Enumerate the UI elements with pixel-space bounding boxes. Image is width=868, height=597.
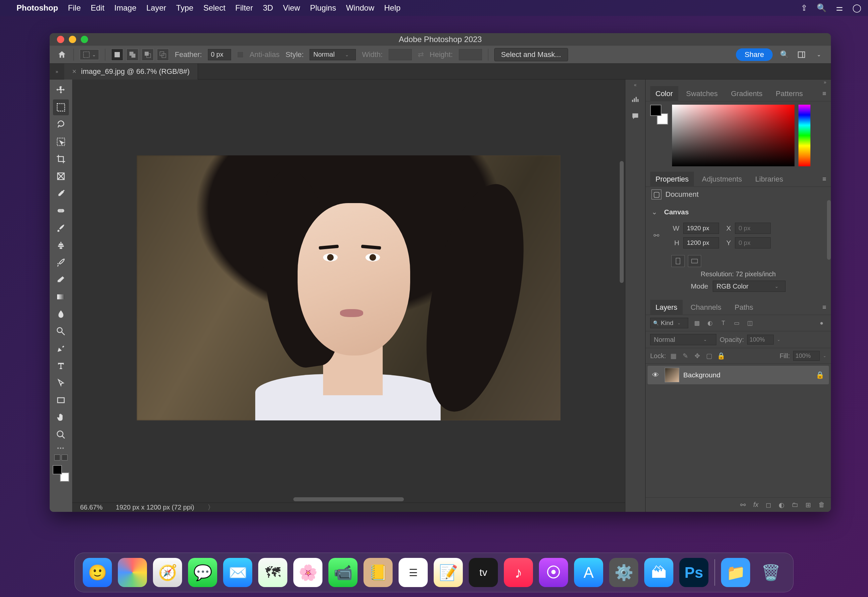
marquee-tool[interactable] (53, 100, 69, 115)
workspace-menu-icon[interactable]: ⌄ (813, 49, 824, 60)
layers-panel-menu-icon[interactable]: ≡ (822, 303, 826, 311)
eyedropper-tool[interactable] (53, 186, 69, 201)
hand-tool[interactable] (53, 410, 69, 425)
edit-toolbar-icon[interactable]: ••• (57, 445, 65, 451)
healing-brush-tool[interactable] (53, 203, 69, 219)
color-field[interactable] (672, 105, 794, 166)
tab-libraries[interactable]: Libraries (750, 172, 788, 187)
screen-mode-icon[interactable] (62, 454, 68, 460)
blend-mode-select[interactable]: Normal⌄ (650, 334, 716, 345)
menu-help[interactable]: Help (384, 3, 401, 13)
dock-notes[interactable]: 📝 (434, 558, 463, 587)
color-panel-menu-icon[interactable]: ≡ (822, 90, 826, 97)
dock-photoshop[interactable]: Ps (679, 558, 708, 587)
menu-view[interactable]: View (283, 3, 300, 13)
lock-position-icon[interactable]: ✥ (693, 352, 702, 360)
panels-collapse-icon[interactable]: » (646, 80, 831, 86)
tab-close-icon[interactable]: × (72, 67, 77, 76)
crop-tool[interactable] (53, 151, 69, 167)
filter-smartobject-icon[interactable]: ◫ (745, 318, 754, 328)
history-brush-tool[interactable] (53, 254, 69, 270)
fill-input[interactable] (793, 351, 820, 361)
window-close-button[interactable] (57, 36, 64, 43)
dodge-tool[interactable] (53, 323, 69, 339)
lock-artboard-icon[interactable]: ▢ (705, 352, 714, 360)
app-menu[interactable]: Photoshop (16, 3, 58, 13)
dock-launchpad[interactable] (118, 558, 147, 587)
statusbar-flyout-icon[interactable]: 〉 (207, 503, 214, 512)
dock-settings[interactable]: ⚙️ (609, 558, 638, 587)
layer-filter-kind-select[interactable]: 🔍Kind⌄ (650, 318, 688, 328)
quick-mask-icon[interactable] (54, 454, 60, 460)
frame-tool[interactable] (53, 168, 69, 184)
zoom-level[interactable]: 66.67% (80, 503, 103, 511)
tab-color[interactable]: Color (650, 86, 678, 101)
histogram-panel-icon[interactable] (630, 94, 641, 105)
link-layers-icon[interactable]: ⚯ (740, 501, 746, 509)
tab-layers[interactable]: Layers (650, 300, 683, 315)
filter-toggle-icon[interactable]: ● (817, 318, 826, 328)
dock-appstore[interactable]: A (574, 558, 603, 587)
menu-select[interactable]: Select (203, 3, 225, 13)
menubar-siri-icon[interactable]: ◯ (852, 3, 861, 13)
layer-group-icon[interactable]: 🗀 (791, 501, 798, 509)
menu-window[interactable]: Window (346, 3, 374, 13)
tools-collapse-icon[interactable]: » (50, 69, 64, 74)
blur-tool[interactable] (53, 306, 69, 322)
dock-messages[interactable]: 💬 (188, 558, 217, 587)
dock-podcasts[interactable]: ⦿ (539, 558, 568, 587)
eraser-tool[interactable] (53, 272, 69, 288)
select-and-mask-button[interactable]: Select and Mask... (494, 48, 568, 61)
layer-visibility-icon[interactable]: 👁 (652, 371, 661, 379)
dock-mail[interactable]: ✉️ (223, 558, 252, 587)
move-tool[interactable] (53, 82, 69, 98)
document-canvas[interactable] (137, 155, 560, 420)
midstrip-collapse-icon[interactable]: « (634, 82, 637, 88)
dock-trash[interactable]: 🗑️ (756, 558, 785, 587)
selection-new-button[interactable] (111, 49, 123, 61)
style-select[interactable]: Normal⌄ (310, 49, 356, 60)
properties-scrollbar[interactable] (827, 200, 831, 260)
layer-name[interactable]: Background (683, 371, 720, 379)
search-icon[interactable]: 🔍 (779, 49, 790, 60)
orientation-landscape-button[interactable] (688, 255, 701, 267)
dock-app-generic[interactable]: 🏔 (644, 558, 673, 587)
layer-thumbnail[interactable] (665, 368, 679, 382)
lock-pixels-icon[interactable]: ✎ (681, 352, 690, 360)
properties-panel-menu-icon[interactable]: ≡ (822, 175, 826, 183)
brush-tool[interactable] (53, 220, 69, 236)
path-selection-tool[interactable] (53, 375, 69, 391)
menu-3d[interactable]: 3D (263, 3, 273, 13)
dock-contacts[interactable]: 📒 (363, 558, 393, 587)
filter-pixel-icon[interactable]: ▩ (692, 318, 702, 328)
opacity-input[interactable] (747, 335, 774, 345)
selection-add-button[interactable] (126, 49, 138, 61)
menubar-wifi-icon[interactable]: ⇪ (801, 3, 807, 13)
tab-properties[interactable]: Properties (650, 172, 694, 187)
delete-layer-icon[interactable]: 🗑 (818, 501, 825, 509)
workspace-switcher-icon[interactable] (796, 49, 807, 60)
rectangle-tool[interactable] (53, 392, 69, 408)
doc-dimensions[interactable]: 1920 px x 1200 px (72 ppi) (116, 503, 194, 511)
window-titlebar[interactable]: Adobe Photoshop 2023 (50, 33, 831, 46)
type-tool[interactable] (53, 358, 69, 374)
menu-type[interactable]: Type (176, 3, 193, 13)
comments-panel-icon[interactable] (630, 111, 641, 122)
home-button[interactable] (56, 49, 68, 60)
orientation-portrait-button[interactable] (671, 255, 684, 267)
link-dimensions-icon[interactable]: ⚯ (652, 232, 661, 239)
menu-edit[interactable]: Edit (91, 3, 104, 13)
horizontal-scrollbar[interactable] (72, 496, 625, 503)
pen-tool[interactable] (53, 340, 69, 356)
foreground-color-swatch[interactable] (53, 465, 62, 474)
tool-preset-picker[interactable]: ⌄ (80, 49, 99, 60)
dock-tv[interactable]: tv (469, 558, 498, 587)
menu-filter[interactable]: Filter (236, 3, 253, 13)
foreground-background-color[interactable] (53, 465, 69, 482)
dock-facetime[interactable]: 📹 (328, 558, 357, 587)
menu-layer[interactable]: Layer (146, 3, 166, 13)
color-fgbg-swatch[interactable] (650, 105, 668, 125)
feather-input[interactable] (208, 49, 231, 60)
window-minimize-button[interactable] (69, 36, 76, 43)
dock-finder[interactable]: 🙂 (83, 558, 112, 587)
